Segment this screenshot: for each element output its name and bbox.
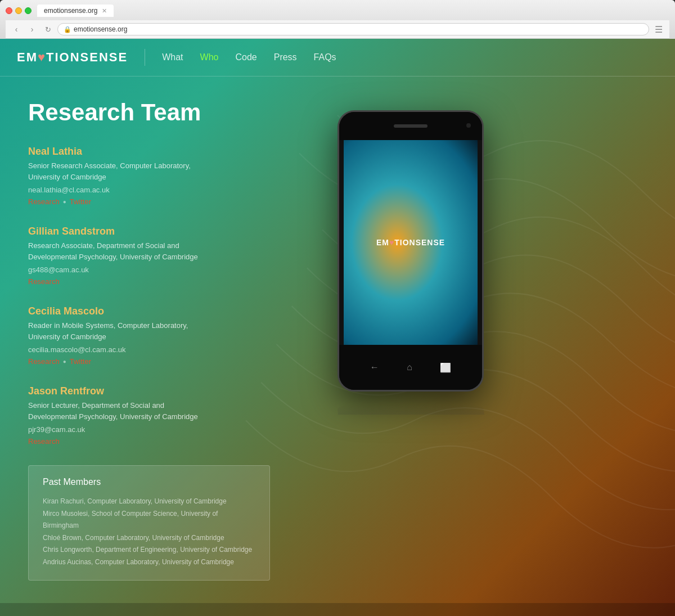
phone-device: EM♥TIONSENSE ← ⌂ ⬜: [338, 110, 484, 392]
member-research-link-2[interactable]: Research: [28, 277, 60, 286]
main-content: Research Team Neal Lathia Senior Researc…: [0, 77, 675, 603]
member-twitter-link-1[interactable]: Twitter: [70, 197, 91, 206]
footer-copyright: © University of Cambridge: [11, 614, 664, 616]
address-bar[interactable]: 🔒 emotionsense.org: [57, 23, 649, 35]
close-button[interactable]: [6, 7, 12, 14]
phone-recent-button: ⬜: [440, 362, 451, 373]
past-member-2: Mirco Musolesi, School of Computer Scien…: [43, 508, 255, 532]
phone-speaker: [394, 124, 428, 128]
site-logo: EM♥TIONSENSE: [17, 50, 128, 65]
member-name-3: Cecilia Mascolo: [28, 305, 321, 317]
address-text: emotionsense.org: [74, 25, 127, 33]
logo-heart: ♥: [38, 50, 46, 64]
member-role-4: Senior Lecturer, Department of Social an…: [28, 400, 321, 422]
member-research-link-3[interactable]: Research: [28, 357, 60, 366]
team-member-2: Gillian Sandstrom Research Associate, De…: [28, 226, 321, 286]
member-role-3: Reader in Mobile Systems, Computer Labor…: [28, 320, 321, 342]
team-member-1: Neal Lathia Senior Research Associate, C…: [28, 146, 321, 206]
nav-divider: [145, 49, 145, 66]
past-members-title: Past Members: [43, 477, 255, 487]
back-button[interactable]: ‹: [10, 23, 22, 35]
team-member-3: Cecilia Mascolo Reader in Mobile Systems…: [28, 305, 321, 366]
member-links-3: Research ● Twitter: [28, 357, 321, 366]
site-wrapper: EM♥TIONSENSE What Who Code Press FAQs Re…: [0, 39, 675, 616]
past-member-3: Chloé Brown, Computer Laboratory, Univer…: [43, 532, 255, 545]
member-email-1: neal.lathia@cl.cam.ac.uk: [28, 186, 321, 194]
nav-code[interactable]: Code: [235, 52, 256, 62]
member-email-3: cecilia.mascolo@cl.cam.ac.uk: [28, 345, 321, 354]
phone-bottom: ← ⌂ ⬜: [339, 345, 482, 390]
member-research-link-1[interactable]: Research: [28, 197, 60, 206]
nav-what[interactable]: What: [162, 52, 183, 62]
maximize-button[interactable]: [25, 7, 32, 14]
phone-reflection: [337, 404, 484, 415]
forward-button[interactable]: ›: [26, 23, 38, 35]
browser-tab[interactable]: emotionsense.org ✕: [37, 5, 114, 17]
browser-titlebar: emotionsense.org ✕: [6, 5, 669, 17]
browser-toolbar: ‹ › ↻ 🔒 emotionsense.org ☰: [6, 20, 669, 39]
traffic-lights: [6, 7, 32, 14]
phone-back-button: ←: [370, 362, 379, 372]
member-email-4: pjr39@cam.ac.uk: [28, 425, 321, 434]
footer: © University of Cambridge Funded by the …: [0, 603, 675, 616]
page-title: Research Team: [28, 99, 321, 126]
nav-links: What Who Code Press FAQs: [162, 52, 336, 62]
phone-home-button: ⌂: [407, 362, 412, 372]
member-role-2: Research Associate, Department of Social…: [28, 240, 321, 262]
link-separator-3: ●: [63, 358, 66, 365]
phone-camera: [466, 123, 471, 128]
nav-press[interactable]: Press: [274, 52, 297, 62]
member-research-link-4[interactable]: Research: [28, 437, 60, 446]
team-member-4: Jason Rentfrow Senior Lecturer, Departme…: [28, 385, 321, 446]
member-name-4: Jason Rentfrow: [28, 385, 321, 397]
member-email-2: gs488@cam.ac.uk: [28, 266, 321, 274]
member-name-1: Neal Lathia: [28, 146, 321, 158]
phone-top: [339, 112, 482, 140]
minimize-button[interactable]: [15, 7, 22, 14]
tab-title: emotionsense.org: [44, 7, 97, 15]
member-role-1: Senior Research Associate, Computer Labo…: [28, 160, 321, 182]
past-member-4: Chris Longworth, Department of Engineeri…: [43, 544, 255, 556]
member-twitter-link-3[interactable]: Twitter: [70, 357, 91, 366]
member-links-2: Research: [28, 277, 321, 286]
nav-who[interactable]: Who: [200, 52, 219, 62]
browser-chrome: emotionsense.org ✕ ‹ › ↻ 🔒 emotionsense.…: [0, 0, 675, 39]
link-separator-1: ●: [63, 199, 66, 205]
tab-close-icon[interactable]: ✕: [102, 7, 107, 15]
refresh-button[interactable]: ↻: [42, 23, 54, 35]
member-links-4: Research: [28, 437, 321, 446]
lock-icon: 🔒: [64, 26, 71, 33]
navigation: EM♥TIONSENSE What Who Code Press FAQs: [0, 39, 675, 77]
phone-logo: EM♥TIONSENSE: [376, 238, 445, 247]
past-members-box: Past Members Kiran Rachuri, Computer Lab…: [28, 465, 270, 581]
team-section: Research Team Neal Lathia Senior Researc…: [28, 99, 321, 581]
member-name-2: Gillian Sandstrom: [28, 226, 321, 237]
past-member-5: Andrius Aucinas, Computer Laboratory, Un…: [43, 556, 255, 569]
phone-section: EM♥TIONSENSE ← ⌂ ⬜: [321, 99, 501, 581]
past-member-1: Kiran Rachuri, Computer Laboratory, Univ…: [43, 496, 255, 508]
nav-faqs[interactable]: FAQs: [314, 52, 336, 62]
member-links-1: Research ● Twitter: [28, 197, 321, 206]
menu-button[interactable]: ☰: [652, 24, 665, 35]
phone-screen: EM♥TIONSENSE: [344, 140, 478, 345]
